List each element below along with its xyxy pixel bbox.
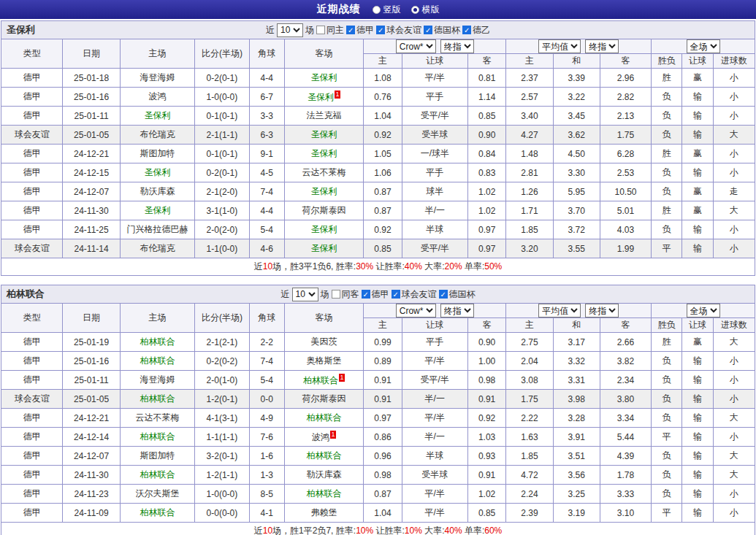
- asia-away-odds-cell: 0.90: [468, 126, 506, 145]
- euro-odds-source-select[interactable]: 平均值: [538, 304, 581, 317]
- column-header: 和: [553, 54, 600, 69]
- handicap-result-cell: 输: [682, 466, 713, 485]
- same-venue-label: 同客: [342, 288, 359, 301]
- column-header-row: 类型日期主场比分(半场)角球客场Crow*终指平均值终指全场: [1, 39, 755, 54]
- league-filter-label: 球会友谊: [402, 288, 437, 301]
- away-team-cell: 柏林联合: [284, 409, 364, 428]
- recent-count-select[interactable]: 10: [292, 288, 318, 301]
- checkbox-checked-icon[interactable]: [362, 290, 370, 299]
- euro-odds-stage-select[interactable]: 终指: [585, 39, 619, 53]
- column-header: 日期: [63, 304, 120, 333]
- home-team-cell: 柏林联合: [120, 390, 194, 409]
- league-filter-1[interactable]: 球会友谊: [376, 24, 421, 36]
- radio-selected-icon[interactable]: [411, 6, 419, 14]
- competition-cell: 德甲: [1, 504, 63, 523]
- recent-count-select[interactable]: 10: [277, 23, 303, 37]
- handicap-result-cell: 赢: [682, 182, 713, 201]
- euro-away-odds-cell: 2.53: [600, 163, 651, 182]
- league-filter-2[interactable]: 德国杯: [439, 288, 476, 301]
- layout-radio-group: 竖版 横版: [373, 4, 440, 16]
- same-venue-filter[interactable]: 同客: [332, 288, 359, 301]
- checkbox-checked-icon[interactable]: [462, 26, 471, 34]
- euro-odds-selectors: 平均值终指: [506, 39, 652, 54]
- result-cell: 负: [652, 371, 682, 390]
- league-filter-0[interactable]: 德甲: [346, 24, 374, 36]
- column-header: 主: [506, 54, 553, 69]
- competition-cell: 球会友谊: [1, 126, 63, 145]
- scope-select[interactable]: 全场: [687, 39, 720, 53]
- checkbox-icon[interactable]: [332, 290, 340, 299]
- league-filter-0[interactable]: 德甲: [362, 288, 389, 301]
- summary-segment: 让胜率:: [373, 526, 405, 535]
- scope-select[interactable]: 全场: [687, 304, 720, 317]
- home-team-name: 柏林联合: [140, 393, 175, 404]
- result-cell: 胜: [652, 145, 682, 163]
- euro-draw-odds-cell: 3.45: [553, 107, 600, 126]
- league-filter-2[interactable]: 德国杯: [424, 24, 460, 36]
- summary-segment: 大率:: [422, 526, 445, 535]
- home-team-name: 海登海姆: [140, 374, 175, 385]
- date-cell: 24-12-21: [63, 409, 120, 428]
- checkbox-checked-icon[interactable]: [424, 26, 432, 34]
- column-header: 主: [364, 54, 402, 69]
- radio-unselected-icon[interactable]: [373, 6, 381, 14]
- euro-home-odds-cell: 4.72: [506, 466, 553, 485]
- checkbox-checked-icon[interactable]: [439, 290, 448, 299]
- away-team-name: 柏林联合: [307, 488, 342, 499]
- home-team-cell: 柏林联合: [120, 333, 194, 352]
- result-cell: 胜: [652, 69, 682, 88]
- asia-odds-stage-select[interactable]: 终指: [440, 304, 474, 317]
- column-header: 主: [506, 318, 553, 333]
- checkbox-checked-icon[interactable]: [376, 26, 385, 34]
- goals-result-cell: 小: [713, 371, 755, 390]
- summary-row: 近10场，胜1平2负7, 胜率:10% 让胜率:10% 大率:40% 单率:60…: [1, 523, 755, 535]
- match-row: 球会友谊25-01-05柏林联合1-2(0-1)0-0荷尔斯泰因0.91半/一0…: [1, 390, 755, 409]
- euro-odds-source-select[interactable]: 平均值: [538, 39, 581, 53]
- match-row: 德甲24-11-30柏林联合1-2(1-1)1-3勒沃库森0.98受半球0.91…: [1, 466, 755, 485]
- handicap-result-cell: 输: [682, 485, 713, 504]
- result-cell: 平: [652, 239, 682, 258]
- euro-draw-odds-cell: 3.91: [553, 428, 600, 447]
- score-cell: 0-0(0-0): [195, 504, 249, 523]
- corner-cell: 4-6: [249, 239, 284, 258]
- date-cell: 25-01-16: [63, 88, 120, 107]
- summary-segment: 20%: [445, 261, 462, 272]
- handicap-result-cell: 赢: [682, 145, 713, 163]
- euro-odds-stage-select[interactable]: 终指: [585, 304, 619, 317]
- home-team-cell: 海登海姆: [120, 371, 194, 390]
- same-venue-filter[interactable]: 同主: [316, 24, 344, 36]
- column-header: 让球: [682, 318, 713, 333]
- euro-away-odds-cell: 2.13: [600, 107, 651, 126]
- checkbox-icon[interactable]: [316, 26, 325, 34]
- asia-odds-source-select[interactable]: Crow*: [396, 304, 436, 317]
- competition-cell: 德甲: [1, 371, 63, 390]
- league-filter-3[interactable]: 德乙: [462, 24, 490, 36]
- asia-odds-source-select[interactable]: Crow*: [396, 39, 436, 53]
- layout-option-vertical[interactable]: 竖版: [373, 4, 401, 16]
- asia-away-odds-cell: 0.92: [468, 409, 506, 428]
- summary-segment: 让胜率:: [373, 261, 405, 272]
- summary-segment: 30%: [356, 261, 373, 272]
- competition-cell: 德甲: [1, 145, 63, 163]
- goals-result-cell: 小: [713, 390, 755, 409]
- home-team-name: 波鸿: [149, 91, 167, 101]
- score-cell: 0-2(0-1): [195, 69, 249, 88]
- checkbox-checked-icon[interactable]: [346, 26, 355, 34]
- corner-cell: 4-1: [249, 504, 284, 523]
- summary-segment: 60%: [484, 526, 502, 535]
- league-filter-1[interactable]: 球会友谊: [392, 288, 437, 301]
- column-header: 进球数: [713, 318, 755, 333]
- checkbox-checked-icon[interactable]: [392, 290, 400, 299]
- score-cell: 0-1(0-1): [195, 107, 249, 126]
- result-cell: 胜: [652, 333, 682, 352]
- result-cell: 负: [652, 390, 682, 409]
- asia-odds-stage-select[interactable]: 终指: [440, 39, 474, 53]
- date-cell: 25-01-19: [63, 333, 120, 352]
- goals-result-cell: 小: [713, 69, 755, 88]
- page-title: 近期战绩: [317, 3, 361, 16]
- home-team-name: 勒沃库森: [140, 186, 175, 196]
- euro-away-odds-cell: 5.01: [600, 201, 651, 220]
- euro-draw-odds-cell: 3.17: [553, 333, 600, 352]
- handicap-result-cell: 输: [682, 504, 713, 523]
- layout-option-horizontal[interactable]: 横版: [411, 4, 440, 16]
